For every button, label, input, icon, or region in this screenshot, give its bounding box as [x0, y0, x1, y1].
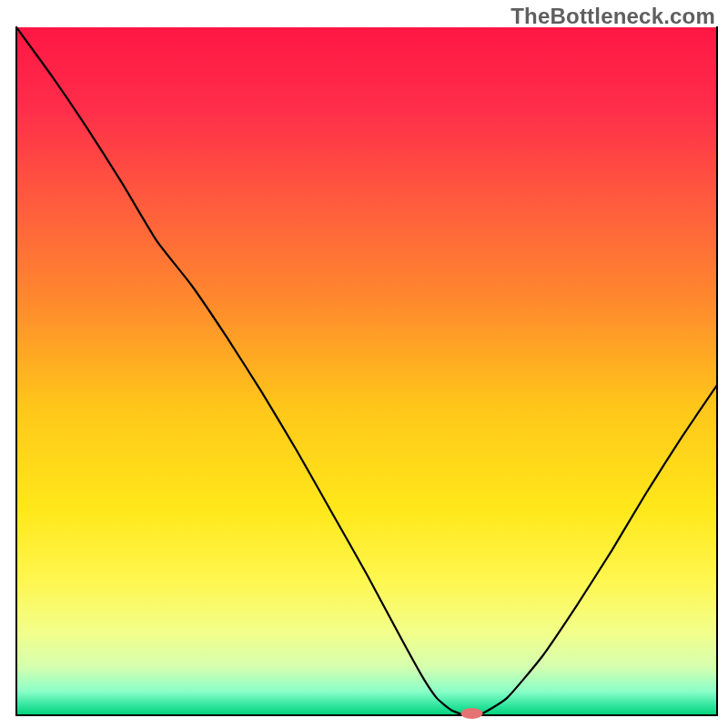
chart-svg	[0, 0, 728, 728]
plot-area	[16, 27, 717, 719]
optimal-marker	[461, 708, 483, 719]
bottleneck-chart: TheBottleneck.com	[0, 0, 728, 728]
watermark-label: TheBottleneck.com	[511, 4, 715, 29]
optimal-point	[461, 708, 483, 719]
gradient-background	[16, 27, 717, 715]
